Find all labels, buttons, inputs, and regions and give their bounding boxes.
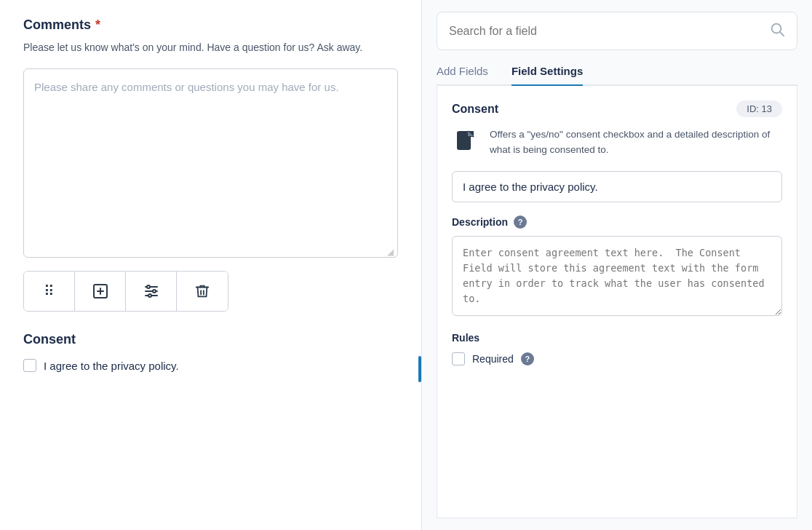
required-star: * <box>95 17 100 33</box>
comments-field-title: Comments * <box>23 17 398 33</box>
delete-icon <box>194 283 210 299</box>
rules-section-title: Rules <box>452 332 782 344</box>
svg-line-10 <box>780 32 784 36</box>
comments-label: Comments <box>23 17 91 33</box>
active-indicator <box>418 356 421 382</box>
search-icon <box>769 21 785 41</box>
settings-button[interactable] <box>126 272 177 311</box>
consent-info-row: Offers a "yes/no" consent checkbox and a… <box>452 127 782 158</box>
description-textarea[interactable] <box>452 236 782 316</box>
consent-checkbox[interactable] <box>23 359 36 372</box>
tabs: Add Fields Field Settings <box>437 65 797 86</box>
consent-settings-title: Consent <box>452 103 498 116</box>
consent-row: I agree to the privacy policy. <box>23 359 398 372</box>
left-panel: Comments * Please let us know what's on … <box>0 0 422 530</box>
delete-button[interactable] <box>177 272 228 311</box>
comments-description: Please let us know what's on your mind. … <box>23 40 398 55</box>
required-row: Required ? <box>452 352 782 365</box>
settings-icon <box>143 282 160 300</box>
svg-point-6 <box>147 285 150 288</box>
svg-point-8 <box>148 294 151 297</box>
required-checkbox[interactable] <box>452 352 465 365</box>
required-help-icon[interactable]: ? <box>521 352 534 365</box>
field-toolbar: ⠿ <box>23 271 228 312</box>
resize-handle[interactable]: ◢ <box>387 247 394 254</box>
consent-section-title: Consent <box>23 332 398 347</box>
consent-checkbox-label: I agree to the privacy policy. <box>44 360 179 372</box>
consent-file-icon <box>452 129 479 157</box>
consent-info-text: Offers a "yes/no" consent checkbox and a… <box>490 127 782 158</box>
drag-button[interactable]: ⠿ <box>24 272 75 311</box>
consent-field-value[interactable] <box>452 171 782 202</box>
add-button[interactable] <box>75 272 126 311</box>
svg-point-7 <box>153 290 156 293</box>
add-icon <box>92 282 109 300</box>
id-badge: ID: 13 <box>736 100 782 117</box>
tab-add-fields[interactable]: Add Fields <box>437 65 488 86</box>
tab-field-settings[interactable]: Field Settings <box>512 65 583 86</box>
description-section-label: Description ? <box>452 215 782 229</box>
description-help-icon[interactable]: ? <box>514 215 527 229</box>
field-settings-content: Consent ID: 13 Offers a "yes/no" consent… <box>437 86 797 518</box>
description-label: Description <box>452 216 508 228</box>
required-label: Required <box>472 353 514 365</box>
consent-settings-header: Consent ID: 13 <box>452 100 782 117</box>
search-input[interactable] <box>449 25 762 38</box>
search-bar[interactable] <box>437 12 797 50</box>
right-panel: Add Fields Field Settings Consent ID: 13… <box>422 0 812 530</box>
file-icon <box>455 130 476 155</box>
drag-icon: ⠿ <box>44 282 55 300</box>
comments-placeholder: Please share any comments or questions y… <box>34 79 387 96</box>
comments-textarea[interactable]: Please share any comments or questions y… <box>23 68 398 258</box>
